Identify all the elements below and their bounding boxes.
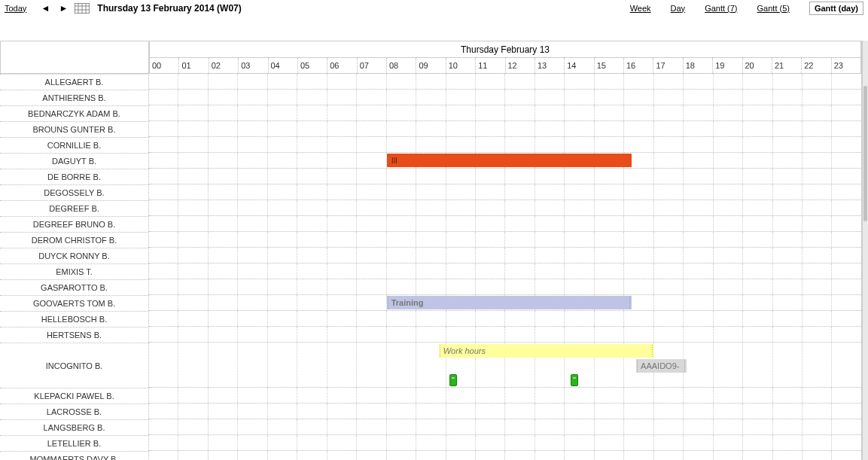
resource-name[interactable]: DEGREEF B. [0, 200, 149, 216]
resource-column: ALLEGAERT B.ANTHIERENS B.BEDNARCZYK ADAM… [0, 41, 149, 460]
hour-00: 00 [150, 58, 179, 73]
gantt-row[interactable] [149, 216, 861, 232]
gantt-row[interactable]: Work hoursAAAIDO9-53 [149, 343, 861, 388]
gantt-bar[interactable]: Work hours [439, 344, 654, 358]
hour-08: 08 [387, 58, 416, 73]
hour-12: 12 [506, 58, 535, 73]
resource-name[interactable]: DEGOSSELY B. [0, 184, 149, 200]
event-chip[interactable] [449, 374, 457, 386]
gantt-row[interactable] [149, 435, 861, 451]
hour-22: 22 [802, 58, 831, 73]
view-gantt-7-[interactable]: Gantt (7) [705, 4, 737, 13]
resource-name[interactable]: BEDNARCZYK ADAM B. [0, 105, 149, 121]
view-gantt-day-[interactable]: Gantt (day) [809, 2, 863, 15]
gantt-row[interactable] [149, 200, 861, 216]
resource-name[interactable]: MOMMAERTS DAVY B. [0, 451, 149, 460]
today-link[interactable]: Today [5, 4, 26, 13]
vertical-scrollbar[interactable] [862, 41, 868, 460]
view-week[interactable]: Week [630, 4, 651, 13]
resource-name[interactable]: HERTSENS B. [0, 327, 149, 343]
resource-name[interactable]: ANTHIERENS B. [0, 90, 149, 105]
gantt-row[interactable] [149, 451, 861, 460]
toolbar: Today ◄ ► Thursday 13 February 2014 (W07… [0, 0, 868, 17]
gantt-row[interactable] [149, 169, 861, 184]
gantt-row[interactable] [149, 232, 861, 248]
gantt-bar[interactable]: AAAIDO9-53 [636, 359, 687, 373]
prev-day-button[interactable]: ◄ [40, 3, 50, 14]
gantt-row[interactable] [149, 184, 861, 200]
resource-name[interactable]: KLEPACKI PAWEL B. [0, 388, 149, 404]
hour-14: 14 [565, 58, 594, 73]
hour-16: 16 [624, 58, 653, 73]
resource-name[interactable]: ALLEGAERT B. [0, 74, 149, 90]
hour-19: 19 [713, 58, 742, 73]
hour-05: 05 [298, 58, 327, 73]
gantt-body[interactable]: IllTrainingWork hoursAAAIDO9-53 [149, 74, 861, 460]
view-gantt-5-[interactable]: Gantt (5) [757, 4, 790, 13]
resource-name[interactable]: DAGUYT B. [0, 153, 149, 169]
gantt-row[interactable] [149, 105, 861, 121]
resource-name[interactable]: BROUNS GUNTER B. [0, 121, 149, 137]
day-header: Thursday February 13 [149, 41, 861, 57]
resource-name[interactable]: GOOVAERTS TOM B. [0, 295, 149, 311]
view-day[interactable]: Day [671, 4, 686, 13]
hour-13: 13 [535, 58, 565, 73]
hour-23: 23 [832, 58, 860, 73]
resource-name[interactable]: DEGREEF BRUNO B. [0, 216, 149, 232]
hour-07: 07 [358, 58, 387, 73]
gantt-row[interactable] [149, 137, 861, 153]
gantt-bar[interactable]: Training [387, 296, 632, 309]
gantt-row[interactable] [149, 248, 861, 264]
resource-name[interactable]: CORNILLIE B. [0, 137, 149, 153]
resource-name[interactable]: DEROM CHRISTOF B. [0, 232, 149, 248]
gantt-row[interactable] [149, 404, 861, 419]
resource-name[interactable]: DUYCK RONNY B. [0, 248, 149, 264]
gantt-row[interactable] [149, 311, 861, 327]
hour-02: 02 [209, 58, 239, 73]
gantt-row[interactable] [149, 264, 861, 279]
hour-21: 21 [772, 58, 802, 73]
gantt-row[interactable] [149, 419, 861, 435]
hour-scale: 0001020304050607080910111213141516171819… [149, 57, 861, 74]
hour-20: 20 [743, 58, 772, 73]
next-day-button[interactable]: ► [58, 3, 69, 14]
resource-name[interactable]: LETELLIER B. [0, 435, 149, 451]
gantt-row[interactable]: Training [149, 295, 861, 311]
hour-11: 11 [476, 58, 505, 73]
gantt-bar[interactable]: Ill [387, 154, 632, 167]
gantt-row[interactable]: Ill [149, 153, 861, 169]
scrollbar-thumb[interactable] [863, 86, 867, 221]
resource-name[interactable]: GASPAROTTO B. [0, 279, 149, 295]
hour-06: 06 [327, 58, 357, 73]
hour-04: 04 [269, 58, 298, 73]
gantt-grid: Thursday February 13 0001020304050607080… [149, 41, 862, 460]
hour-01: 01 [179, 58, 209, 73]
resource-name[interactable]: INCOGNITO B. [0, 343, 149, 388]
gantt-row[interactable] [149, 121, 861, 137]
resource-name[interactable]: DE BORRE B. [0, 169, 149, 184]
hour-18: 18 [684, 58, 713, 73]
gantt-row[interactable] [149, 388, 861, 404]
event-chip[interactable] [571, 374, 578, 386]
hour-03: 03 [239, 58, 268, 73]
hour-15: 15 [595, 58, 624, 73]
gantt-row[interactable] [149, 327, 861, 343]
hour-09: 09 [416, 58, 446, 73]
hour-17: 17 [653, 58, 683, 73]
calendar-icon[interactable] [75, 2, 90, 14]
gantt-row[interactable] [149, 74, 861, 90]
view-switcher: WeekDayGantt (7)Gantt (5)Gantt (day) [611, 4, 863, 13]
hour-10: 10 [446, 58, 476, 73]
gantt-sheet: ALLEGAERT B.ANTHIERENS B.BEDNARCZYK ADAM… [0, 41, 868, 460]
resource-name[interactable]: EMIXIS T. [0, 264, 149, 279]
resource-name[interactable]: LANGSBERG B. [0, 419, 149, 435]
gantt-row[interactable] [149, 90, 861, 105]
gantt-row[interactable] [149, 279, 861, 295]
resource-name[interactable]: LACROSSE B. [0, 404, 149, 419]
resource-name[interactable]: HELLEBOSCH B. [0, 311, 149, 327]
page-title: Thursday 13 February 2014 (W07) [97, 3, 241, 14]
resource-header [0, 41, 149, 74]
